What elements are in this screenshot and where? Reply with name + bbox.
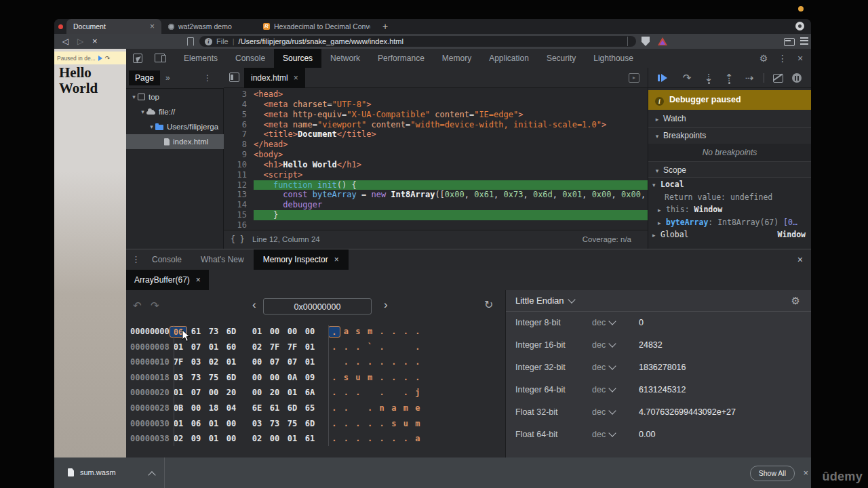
hide-navigator-icon[interactable] xyxy=(229,73,239,82)
ascii-char[interactable]: . xyxy=(328,370,340,386)
hex-byte[interactable]: 00 xyxy=(266,324,283,340)
drawer-tab-memory-inspector[interactable]: Memory Inspector× xyxy=(254,249,349,270)
chevron-right-icon[interactable]: ▸ xyxy=(658,204,665,216)
ascii-char[interactable]: . xyxy=(352,385,364,401)
line-number[interactable]: 8 xyxy=(224,140,254,150)
hex-byte[interactable]: 20 xyxy=(222,385,240,401)
ascii-char[interactable]: . xyxy=(364,354,376,370)
chevron-right-icon[interactable]: ▸ xyxy=(654,110,660,128)
endianness-dropdown[interactable]: Little Endian xyxy=(515,296,564,306)
hex-byte[interactable]: 7F xyxy=(283,340,301,355)
format-dropdown[interactable]: dec xyxy=(592,334,615,357)
ascii-char[interactable]: . xyxy=(364,416,376,432)
ascii-char[interactable]: m xyxy=(364,370,376,386)
hex-byte[interactable]: 01 xyxy=(205,431,222,447)
tree-item-top[interactable]: ▾top xyxy=(126,89,224,104)
ascii-char[interactable]: . xyxy=(412,354,424,370)
devtools-menu-icon[interactable]: ⋮ xyxy=(774,49,791,68)
line-number[interactable]: 9 xyxy=(224,150,254,160)
close-icon[interactable]: × xyxy=(334,255,339,264)
code-line[interactable]: 5 <meta http-equiv="X-UA-Compatible" con… xyxy=(224,110,648,120)
inspect-element-icon[interactable] xyxy=(133,54,142,63)
hex-byte[interactable]: 00 xyxy=(222,431,240,447)
ascii-char[interactable]: n xyxy=(376,401,388,416)
ascii-char[interactable]: . xyxy=(364,401,376,416)
hex-byte[interactable]: 06 xyxy=(187,416,205,432)
code-line[interactable]: 16 xyxy=(224,220,648,230)
editor-tab-index-html[interactable]: index.html× xyxy=(244,68,305,88)
hex-byte[interactable]: 0A xyxy=(283,370,301,386)
info-icon[interactable]: i xyxy=(205,38,212,45)
hex-byte[interactable]: 00 xyxy=(283,324,301,340)
ascii-char[interactable]: . xyxy=(352,416,364,432)
device-toolbar-icon[interactable] xyxy=(155,54,165,62)
ascii-char[interactable]: u xyxy=(352,370,364,386)
ascii-char[interactable]: . xyxy=(388,431,400,447)
code-line[interactable]: 14 debugger xyxy=(224,200,648,210)
chevron-right-icon[interactable]: ▸ xyxy=(652,229,659,241)
ascii-char[interactable]: . xyxy=(400,431,412,447)
ascii-char[interactable]: . xyxy=(376,354,388,370)
hex-byte[interactable]: 6E xyxy=(248,401,266,416)
ascii-char[interactable]: . xyxy=(340,431,353,447)
triangle-extension-icon[interactable] xyxy=(658,37,667,45)
hex-byte[interactable]: 00 xyxy=(248,385,266,401)
ascii-char[interactable]: . xyxy=(340,340,353,355)
browser-tab[interactable]: RHexadecimal to Decimal Converter xyxy=(256,19,377,34)
chevron-up-icon[interactable] xyxy=(148,471,155,479)
hex-byte[interactable]: 01 xyxy=(301,340,319,355)
code-line[interactable]: 8</head> xyxy=(224,140,648,150)
navigator-menu-icon[interactable]: ⋮ xyxy=(203,70,212,85)
code-line[interactable]: 6 <meta name="viewport" content="width=d… xyxy=(224,120,648,130)
history-forward-icon[interactable]: ↷ xyxy=(151,300,159,312)
watch-section[interactable]: ▸Watch xyxy=(648,110,811,128)
devtools-tab-memory[interactable]: Memory xyxy=(433,49,480,68)
ascii-char[interactable]: . xyxy=(388,354,400,370)
profile-icon[interactable] xyxy=(795,22,804,30)
hex-byte[interactable]: 75 xyxy=(205,370,222,386)
code-line[interactable]: 13 const byteArray = new Int8Array([0x00… xyxy=(224,190,648,200)
stop-button[interactable]: × xyxy=(92,34,98,49)
hex-byte[interactable]: 01 xyxy=(222,354,240,370)
hex-byte[interactable]: 02 xyxy=(248,431,266,447)
line-number[interactable]: 13 xyxy=(224,190,254,200)
ascii-char[interactable]: m xyxy=(364,324,376,340)
next-page-icon[interactable]: › xyxy=(384,298,388,312)
code-area[interactable]: 3<head>4 <meta charset="UTF-8">5 <meta h… xyxy=(224,88,648,231)
step-over-icon[interactable]: ↷ xyxy=(105,55,111,62)
hex-byte[interactable]: 00 xyxy=(205,385,222,401)
ascii-char[interactable]: . xyxy=(412,324,424,340)
code-line[interactable]: 11 <script> xyxy=(224,170,648,180)
ascii-char[interactable]: . xyxy=(376,431,388,447)
close-icon[interactable]: × xyxy=(196,275,201,285)
drawer-menu-icon[interactable]: ⋮ xyxy=(132,249,140,270)
hex-byte[interactable]: 01 xyxy=(301,354,319,370)
ascii-char[interactable]: m xyxy=(400,401,412,416)
hex-byte[interactable]: 09 xyxy=(187,431,205,447)
settings-gear-icon[interactable]: ⚙ xyxy=(755,49,772,68)
new-tab-button[interactable]: + xyxy=(377,19,393,34)
download-bar-close-icon[interactable]: × xyxy=(803,458,808,488)
hex-byte[interactable]: 02 xyxy=(170,431,187,447)
ascii-char[interactable]: . xyxy=(328,401,340,416)
hex-byte[interactable]: 6A xyxy=(301,385,319,401)
hex-byte[interactable]: 07 xyxy=(283,354,301,370)
ascii-char[interactable]: . xyxy=(400,385,412,401)
hex-byte[interactable]: 18 xyxy=(205,401,222,416)
devtools-tab-sources[interactable]: Sources xyxy=(274,49,321,68)
ascii-char[interactable]: . xyxy=(352,431,364,447)
hex-byte[interactable]: 01 xyxy=(205,340,222,355)
ascii-char[interactable]: . xyxy=(328,431,340,447)
chevron-down-icon[interactable]: ▾ xyxy=(654,163,660,179)
drawer-tab-console[interactable]: Console xyxy=(142,249,191,270)
ascii-char[interactable]: . xyxy=(376,324,388,340)
show-all-button[interactable]: Show All xyxy=(750,466,795,481)
hex-byte[interactable]: 00 xyxy=(222,416,240,432)
devtools-close-icon[interactable]: × xyxy=(792,49,808,68)
tree-item-file-[interactable]: ▾file:// xyxy=(126,104,224,119)
ascii-char[interactable]: . xyxy=(400,370,412,386)
hex-byte[interactable]: 73 xyxy=(266,416,283,432)
hex-byte[interactable]: 73 xyxy=(205,324,222,340)
code-line[interactable]: 12 function init() { xyxy=(224,180,648,190)
tree-item-index-html[interactable]: index.html xyxy=(126,134,224,149)
